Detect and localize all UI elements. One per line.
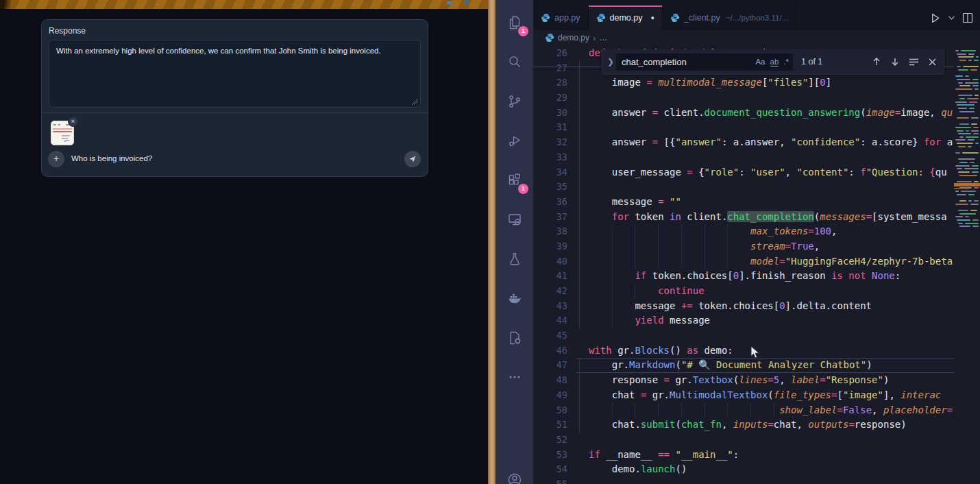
tab-app.py[interactable]: app.py <box>533 5 589 30</box>
python-file-icon <box>545 33 554 43</box>
code-line-53: 53if __name__ == "__main__": <box>533 448 980 463</box>
code-line-42: 42continue <box>533 284 980 299</box>
tab-label: app.py <box>554 13 580 23</box>
activity-item-testing-icon[interactable] <box>495 239 533 279</box>
code-line-31: 31 <box>533 120 980 135</box>
code-line-51: 51chat.submit(chat_fn, inputs=chat, outp… <box>533 418 980 433</box>
add-file-button[interactable]: + <box>48 151 64 167</box>
chat-input[interactable]: Who is being invoiced? <box>71 154 152 162</box>
source-control-icon <box>506 93 523 110</box>
code-editor[interactable]: 26def chat_fn(multimodal_message):2728im… <box>533 45 980 484</box>
window-edge-strip <box>488 0 495 484</box>
tab-demo.py[interactable]: demo.py● <box>589 5 663 30</box>
tab-bar: app.pydemo.py●_client.py~/.../python3.11… <box>533 0 980 30</box>
run-button[interactable] <box>929 12 941 24</box>
screen: Response With an extremely high level of… <box>0 0 980 484</box>
code-line-37: 37for token in client.chat_completion(me… <box>533 210 980 225</box>
code-lines: 26def chat_fn(multimodal_message):2728im… <box>533 46 980 484</box>
code-line-28: 28image = multimodal_message["files"][0] <box>533 75 980 90</box>
submit-button[interactable] <box>404 151 421 167</box>
find-widget: ❯ chat_completion Aa ab .* 1 of 1 <box>602 49 944 75</box>
activity-badge: 1 <box>518 26 528 36</box>
vscode-window: 11 app.pydemo.py●_client.py~/.../python3… <box>495 0 980 484</box>
browser-top-strip <box>0 0 488 9</box>
strip-icon-fragment <box>447 1 452 4</box>
activity-item-extensions-icon[interactable]: 1 <box>495 160 533 200</box>
python-file-icon <box>596 13 606 23</box>
match-case-toggle[interactable]: Aa <box>755 58 765 66</box>
regex-toggle[interactable]: .* <box>783 58 789 66</box>
strip-notch <box>0 0 11 9</box>
minimap-search-match <box>954 183 980 186</box>
doc-line <box>62 135 70 136</box>
find-query[interactable]: chat_completion <box>622 57 750 67</box>
tab-description: ~/.../python3.11/... <box>726 14 789 22</box>
search-icon <box>506 53 523 70</box>
minimap[interactable] <box>954 45 980 484</box>
python-file-icon <box>541 13 550 23</box>
tab-_client.py[interactable]: _client.py~/.../python3.11/... <box>663 5 796 30</box>
gradio-app-pane: Response With an extremely high level of… <box>0 0 488 484</box>
activity-item-source-control-icon[interactable] <box>495 82 533 121</box>
run-dropdown-chevron-icon[interactable] <box>948 15 955 21</box>
more-icon <box>506 369 523 385</box>
code-line-44: 44yield message <box>533 313 980 328</box>
code-line-45: 45 <box>533 328 980 343</box>
activity-item-account-icon[interactable] <box>495 472 533 484</box>
close-find-icon[interactable] <box>928 58 937 66</box>
code-line-40: 40model="HuggingFaceH4/zephyr-7b-beta <box>533 254 980 269</box>
activity-item-run-debug-icon[interactable] <box>495 121 533 161</box>
indent-guide <box>579 61 580 328</box>
testing-icon <box>506 251 523 267</box>
resize-handle[interactable] <box>412 99 418 105</box>
code-config-icon <box>506 330 523 346</box>
activity-item-remote-explorer-icon[interactable] <box>495 200 533 240</box>
strip-icon-fragment <box>465 1 469 4</box>
remove-attachment-button[interactable]: × <box>68 117 78 127</box>
multimodal-textbox: × + Who is being invoiced? <box>42 113 428 177</box>
previous-match-icon[interactable] <box>872 57 881 66</box>
editor-actions <box>925 5 977 30</box>
code-line-36: 36message = "" <box>533 195 980 210</box>
response-text: With an extremely high level of confiden… <box>56 47 381 55</box>
mouse-cursor <box>750 346 761 359</box>
code-line-33: 33 <box>533 150 980 165</box>
next-match-icon[interactable] <box>890 57 900 66</box>
code-line-32: 32answer = [{"answer": a.answer, "confid… <box>533 135 980 150</box>
doc-line <box>53 131 72 132</box>
activity-item-code-config-icon[interactable] <box>495 318 533 358</box>
activity-item-more-icon[interactable] <box>495 358 533 398</box>
response-textarea[interactable]: With an extremely high level of confiden… <box>49 40 421 108</box>
indent-guide <box>579 359 580 433</box>
code-line-50: 50show_label=False, placeholder= <box>533 403 980 418</box>
toggle-replace-chevron-icon[interactable]: ❯ <box>605 57 616 66</box>
chat-input-row: + Who is being invoiced? <box>42 150 428 171</box>
code-line-34: 34user_message = {"role": "user", "conte… <box>533 165 980 180</box>
breadcrumb-symbol[interactable]: … <box>599 33 607 43</box>
whole-word-toggle[interactable]: ab <box>770 58 779 66</box>
modified-dot-icon: ● <box>650 14 654 21</box>
code-line-55: 55 <box>533 477 980 484</box>
find-input[interactable]: chat_completion Aa ab .* <box>616 53 793 71</box>
code-line-39: 39stream=True, <box>533 239 980 254</box>
split-editor-button[interactable] <box>962 12 973 23</box>
remote-explorer-icon <box>506 211 523 228</box>
code-line-47: 47gr.Markdown("# 🔍 Document Analyzer Cha… <box>533 358 980 373</box>
code-line-43: 43message += token.choices[0].delta.cont… <box>533 299 980 314</box>
gradio-form: Response With an extremely high level of… <box>41 19 428 177</box>
response-label: Response <box>49 26 86 36</box>
activity-item-search-icon[interactable] <box>495 43 533 82</box>
activity-item-docker-icon[interactable] <box>495 279 533 319</box>
code-line-49: 49chat = gr.MultimodalTextbox(file_types… <box>533 388 980 403</box>
activity-item-files-icon[interactable]: 1 <box>495 3 533 43</box>
code-line-35: 35 <box>533 180 980 195</box>
code-line-38: 38max_tokens=100, <box>533 224 980 239</box>
account-icon <box>506 472 523 484</box>
find-results-count: 1 of 1 <box>801 57 822 66</box>
activity-badge: 1 <box>518 184 528 194</box>
tab-label: demo.py <box>610 13 643 23</box>
breadcrumb-file[interactable]: demo.py <box>558 33 589 43</box>
run-debug-icon <box>506 132 523 149</box>
find-in-selection-icon[interactable] <box>909 58 919 66</box>
activity-bar: 11 <box>495 0 533 484</box>
